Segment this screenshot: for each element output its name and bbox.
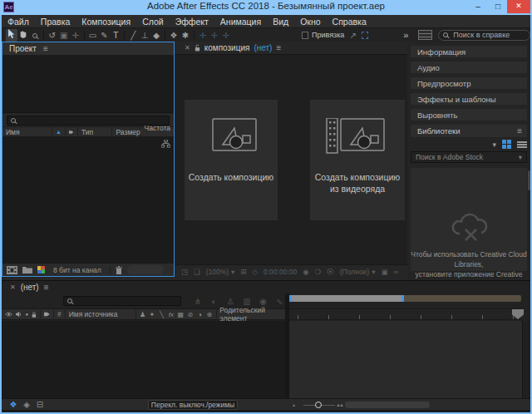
grid-view-icon[interactable] (502, 140, 511, 149)
bit-depth-label[interactable]: 8 бит на канал (53, 266, 101, 274)
shy-switch-icon[interactable]: ♟ (140, 311, 145, 318)
solo-icon[interactable]: ● (26, 312, 29, 317)
channel-icon[interactable]: ⦿ (327, 268, 334, 276)
panel-menu-icon[interactable]: ≡ (44, 283, 49, 292)
frame-blending-icon[interactable]: ▥ (239, 297, 255, 306)
trash-icon[interactable] (116, 266, 122, 274)
menu-composition[interactable]: Композиция (76, 17, 136, 27)
timeline-search-field[interactable] (63, 296, 181, 306)
menu-effect[interactable]: Эффект (170, 17, 214, 27)
mask-switch-icon[interactable]: ╲ (159, 311, 165, 318)
draft-3d-icon[interactable]: ◐ (206, 297, 223, 306)
menu-layer[interactable]: Слой (136, 17, 170, 27)
snap-region-icon[interactable] (362, 32, 369, 39)
show-snapshot-icon[interactable]: ❍ (315, 268, 322, 276)
timeline-zoom-slider-knob[interactable] (315, 402, 322, 408)
clone-stamp-tool-icon[interactable]: ⊥ (139, 29, 150, 42)
timeline-search-input[interactable] (76, 296, 177, 306)
menu-view[interactable]: Вид (267, 17, 294, 27)
column-type[interactable]: Тип (78, 126, 113, 137)
hand-tool-icon[interactable] (17, 29, 29, 42)
parent-column-header[interactable]: Родительский элемент (219, 306, 282, 323)
navigator-handle-start[interactable] (289, 295, 292, 302)
mini-flowchart-icon[interactable]: ⋔ (190, 297, 206, 306)
project-item-list[interactable] (2, 137, 174, 263)
camera-tool-icon[interactable]: ▣ (58, 29, 70, 42)
region-of-interest-icon[interactable]: ◇ (252, 268, 258, 276)
column-rate[interactable]: Частота ... (140, 126, 174, 137)
main-display-icon[interactable]: ❏ (194, 268, 200, 276)
motion-blur-icon[interactable]: ◉ (255, 297, 272, 306)
always-preview-icon[interactable]: ◳ (181, 268, 188, 276)
navigator-handle-end[interactable] (401, 295, 404, 302)
new-composition-from-footage-tile[interactable]: Создать композицию из видеоряда (310, 100, 405, 220)
lock-icon[interactable] (32, 311, 37, 318)
axis-mode-world-icon[interactable]: ✛ (209, 29, 220, 42)
axis-mode-local-icon[interactable]: ✛ (197, 29, 209, 42)
frame-blend-switch-icon[interactable]: ▦ (178, 311, 185, 318)
panel-info[interactable]: Информация (411, 46, 527, 57)
snap-checkbox[interactable] (302, 32, 309, 39)
label-tag-icon[interactable] (44, 311, 50, 318)
panel-effects-presets[interactable]: Эффекты и шаблоны (411, 93, 527, 105)
zoom-tool-icon[interactable] (29, 29, 41, 42)
menu-help[interactable]: Справка (327, 17, 372, 27)
panel-menu-icon[interactable]: ≡ (276, 43, 281, 52)
time-navigator-zoomed-region[interactable] (292, 295, 401, 302)
maximize-button[interactable]: □ (489, 0, 507, 13)
expand-in-out-icon[interactable]: ⊟ (33, 400, 47, 409)
resolution-dropdown[interactable]: (Полное) (340, 268, 369, 276)
panel-align[interactable]: Выровнять (411, 109, 527, 121)
minimize-button[interactable]: – (469, 0, 487, 13)
column-name[interactable]: Имя (2, 126, 52, 137)
expand-layer-switches-icon[interactable]: ❖ (7, 400, 20, 409)
quality-switch-icon[interactable]: ◑ (197, 311, 203, 318)
audio-speaker-icon[interactable] (16, 311, 22, 318)
close-button[interactable]: ✕ (507, 0, 530, 13)
new-composition-tile[interactable]: Создать композицию (185, 100, 278, 220)
track-area[interactable] (289, 321, 522, 398)
fx-switch-icon[interactable]: fx (168, 311, 174, 318)
chevron-down-icon[interactable]: ▾ (492, 140, 496, 149)
help-search-field[interactable] (438, 30, 530, 41)
eraser-tool-icon[interactable]: ◆ (150, 29, 162, 42)
puppet-pin-tool-icon[interactable]: ✱ (180, 29, 191, 42)
layer-list-area[interactable] (2, 321, 285, 398)
sort-indicator[interactable]: ▲ (52, 126, 66, 137)
workspace-switcher-icon[interactable] (418, 30, 432, 40)
close-tab-icon[interactable]: ✕ (10, 283, 16, 291)
axis-mode-view-icon[interactable]: ✛ (220, 29, 232, 42)
index-column-header[interactable]: # (57, 310, 62, 318)
libraries-scrollbar[interactable] (528, 170, 530, 190)
lock-icon[interactable] (195, 44, 200, 52)
column-size[interactable]: Размер (112, 126, 140, 137)
motion-blur-switch-icon[interactable]: ⊘ (187, 311, 193, 318)
rotation-tool-icon[interactable]: ↺ (47, 29, 58, 42)
timeline-horizontal-scrollbar[interactable] (345, 402, 430, 408)
menu-file[interactable]: Файл (2, 17, 35, 27)
panel-menu-icon[interactable]: ≡ (43, 44, 48, 53)
video-eye-icon[interactable] (5, 311, 12, 318)
selection-tool-icon[interactable] (6, 29, 17, 42)
roto-brush-tool-icon[interactable]: ❖ (168, 29, 180, 42)
new-folder-icon[interactable] (22, 266, 32, 274)
time-ruler[interactable] (289, 308, 522, 320)
new-composition-icon[interactable] (37, 266, 45, 274)
list-view-icon[interactable] (517, 140, 527, 149)
grid-guides-icon[interactable]: ⊞ (240, 268, 246, 276)
brush-tool-icon[interactable]: ╱ (127, 29, 139, 42)
expand-transfer-controls-icon[interactable]: ◈ (20, 400, 33, 409)
menu-animation[interactable]: Анимация (214, 17, 267, 27)
timeline-tab-label[interactable]: (нет) (21, 283, 39, 292)
panel-preview[interactable]: Предпросмотр (411, 77, 527, 89)
rectangle-tool-icon[interactable]: ▭ (86, 29, 98, 42)
pixel-aspect-icon[interactable]: ▣ (381, 268, 387, 276)
magnification-dropdown[interactable]: (100%) (206, 268, 229, 276)
menu-edit[interactable]: Правка (35, 17, 76, 27)
close-tab-icon[interactable]: ✕ (185, 44, 190, 52)
project-tab[interactable]: Проект (9, 44, 37, 53)
column-label[interactable] (66, 126, 78, 137)
3d-switch-icon[interactable]: ⊕ (206, 311, 212, 318)
menu-window[interactable]: Окно (294, 17, 326, 27)
current-time-display[interactable]: 0:00:00:00 (264, 268, 297, 276)
